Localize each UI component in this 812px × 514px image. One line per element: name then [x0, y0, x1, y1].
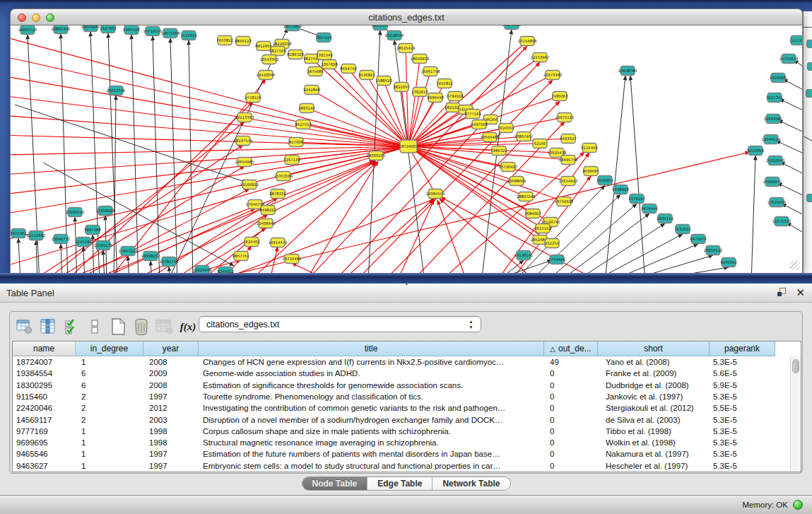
network-node[interactable]: 16961758	[421, 67, 441, 76]
network-node[interactable]: 19166822	[240, 180, 259, 189]
column-header-out_de[interactable]: △out_de...	[544, 341, 598, 356]
table-cell[interactable]: 2012	[143, 402, 199, 414]
network-node[interactable]: 19654985	[235, 158, 254, 167]
network-node[interactable]: 1753426	[548, 255, 565, 264]
delete-table-icon[interactable]	[131, 316, 152, 337]
network-node[interactable]: 7515526	[180, 31, 197, 40]
network-node[interactable]: 19756928	[555, 197, 575, 206]
network-node[interactable]: 19716485	[283, 255, 302, 264]
network-node[interactable]: 8454749	[340, 64, 357, 74]
table-cell[interactable]: 9463627	[13, 460, 76, 472]
network-edge[interactable]	[630, 76, 645, 273]
network-edge[interactable]	[18, 238, 20, 273]
network-node[interactable]: 12975115	[555, 113, 575, 122]
network-node[interactable]: 12923448	[193, 266, 213, 274]
network-node[interactable]: 26878682	[502, 25, 522, 30]
network-node[interactable]: 12213363	[235, 113, 254, 122]
float-panel-icon[interactable]	[777, 288, 788, 298]
table-cell[interactable]: 0	[544, 426, 598, 437]
table-cell[interactable]: 2008	[143, 356, 199, 368]
network-node[interactable]: 2935114	[657, 214, 673, 223]
window-resize-grip[interactable]	[790, 261, 800, 271]
table-cell[interactable]: 1997	[143, 391, 199, 402]
network-node[interactable]: 3822037	[393, 83, 410, 92]
network-node[interactable]: 2803144	[298, 104, 315, 113]
table-cell[interactable]: 9777169	[13, 426, 76, 437]
network-node[interactable]: 12042737	[52, 235, 71, 244]
network-node[interactable]: 5938928	[612, 185, 629, 194]
network-node[interactable]: 1527602	[100, 25, 117, 33]
network-node[interactable]: 9245012	[217, 267, 234, 274]
network-edge[interactable]	[86, 161, 375, 273]
network-node[interactable]: 12505135	[94, 241, 113, 250]
network-node[interactable]: 10958107	[141, 252, 160, 261]
network-node[interactable]: 8498222	[259, 206, 276, 215]
network-node[interactable]: 18325419	[396, 44, 416, 53]
table-cell[interactable]: 0	[544, 414, 598, 426]
table-cell[interactable]: 49	[544, 356, 598, 368]
network-node[interactable]: 1640954	[596, 176, 613, 185]
column-header-in_degree[interactable]: in_degree	[76, 341, 143, 356]
network-node[interactable]: 62160	[533, 139, 547, 148]
network-edge[interactable]	[131, 35, 139, 273]
network-edge[interactable]	[128, 161, 375, 273]
table-cell[interactable]: 5.3E-5	[710, 426, 775, 437]
network-edge[interactable]	[751, 156, 755, 273]
table-cell[interactable]: Estimation of the future numbers of pati…	[199, 448, 544, 460]
table-cell[interactable]: Tourette syndrome. Phenomenology and cla…	[199, 391, 544, 402]
tab-node-table[interactable]: Node Table	[302, 477, 367, 490]
network-edge[interactable]	[292, 263, 333, 273]
column-header-name[interactable]: name	[13, 341, 76, 356]
table-cell[interactable]: Stergiakouli et al. (2012)	[598, 402, 710, 414]
network-node[interactable]: 15751074	[779, 54, 799, 64]
network-node[interactable]: 9146821	[358, 71, 375, 80]
table-cell[interactable]: Yano et al. (2008)	[598, 356, 710, 368]
network-node[interactable]: 12444124	[762, 135, 782, 144]
table-row[interactable]: 1830029562008Estimation of significance …	[13, 380, 790, 391]
network-node[interactable]: 14055724	[18, 25, 38, 35]
network-node[interactable]: 6379197	[628, 194, 645, 204]
network-node[interactable]: 15353584	[274, 172, 294, 181]
network-edge[interactable]	[779, 99, 803, 119]
table-cell[interactable]: Changes of HCN gene expression and I(f) …	[199, 356, 544, 368]
table-cell[interactable]: 1	[76, 460, 143, 472]
table-cell[interactable]: 19384554	[13, 368, 76, 379]
network-node[interactable]: 8813054	[372, 25, 389, 30]
network-node[interactable]: 9857761	[233, 252, 249, 261]
network-node[interactable]: 3624554	[498, 124, 514, 133]
network-edge[interactable]	[108, 33, 117, 273]
network-node[interactable]: 14671368	[161, 29, 181, 38]
table-cell[interactable]: 9699695	[13, 437, 76, 448]
network-node[interactable]: 7485063	[551, 92, 568, 101]
network-edge[interactable]	[103, 250, 105, 273]
network-node[interactable]: 20206526	[66, 208, 86, 217]
column-header-year[interactable]: year	[143, 341, 199, 356]
table-cell[interactable]: Corpus callosum shape and size in male p…	[199, 426, 544, 437]
network-node[interactable]: 16033809	[283, 25, 302, 31]
network-node[interactable]: 7663822	[216, 36, 233, 45]
table-cell[interactable]: 0	[544, 402, 598, 414]
table-cell[interactable]: 5.3E-5	[710, 414, 775, 426]
table-row[interactable]: 977716911998Corpus callosum shape and si…	[13, 426, 790, 437]
combobox-spinner-icon[interactable]: ▲▼	[468, 319, 474, 330]
table-row[interactable]: 911546021997Tourette syndrome. Phenomeno…	[13, 391, 790, 402]
network-node[interactable]: 19384554	[426, 189, 446, 199]
network-node[interactable]: 1615152	[534, 224, 551, 233]
network-node[interactable]: 1362615	[411, 88, 428, 97]
network-node[interactable]: 8878332	[269, 189, 286, 199]
column-header-pagerank[interactable]: pagerank	[710, 341, 775, 356]
table-cell[interactable]: Structural magnetic resonance image aver…	[199, 437, 544, 448]
table-row[interactable]: 1456911722003Disruption of a novel membe…	[13, 414, 790, 426]
network-node[interactable]: 1588520	[375, 76, 392, 86]
network-node[interactable]: 17359928	[96, 206, 116, 216]
network-edge[interactable]	[408, 59, 420, 146]
table-cell[interactable]: 5.3E-5	[710, 448, 775, 460]
network-node[interactable]: 8471676	[690, 235, 707, 244]
table-selector-combobox[interactable]: citations_edges.txt ▲▼	[199, 316, 481, 332]
table-cell[interactable]: 1	[76, 448, 143, 460]
network-node[interactable]: 16914479	[269, 238, 288, 247]
network-edge[interactable]	[787, 223, 803, 243]
network-node[interactable]: 6466160	[123, 25, 140, 35]
network-node[interactable]: 9777169	[464, 110, 481, 119]
network-node[interactable]: 9227341	[766, 93, 783, 103]
